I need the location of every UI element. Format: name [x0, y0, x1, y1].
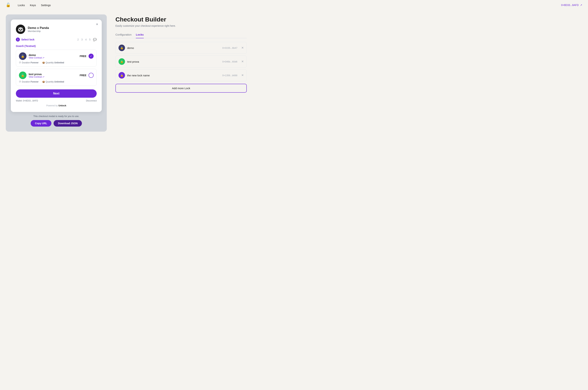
checkout-modal: × 🐼 Demo x Panda Membership 1 Select loc… — [11, 19, 102, 112]
step-numbers: 2 3 4 5 💬 — [77, 38, 97, 41]
nav-link-keys[interactable]: Keys — [30, 4, 36, 7]
lock-item-demo-header: 🔓 demo View Contract ↗ FREE ✓ — [19, 52, 94, 60]
network-label: Goerli (Testnet) — [16, 45, 97, 48]
quantity-icon-tp: 📦 — [42, 81, 45, 83]
modal-subtitle: Membership — [28, 30, 49, 33]
lock-entry-newlock: 🔓 the new lock name 0×1356...b688 ✕ — [116, 69, 247, 81]
lock-testprova-quantity: 📦 Quantity Unlimited — [42, 81, 64, 83]
modal-header-text: Demo x Panda Membership — [28, 26, 49, 33]
step-badge: 1 — [16, 38, 20, 42]
modal-header: 🐼 Demo x Panda Membership — [16, 25, 97, 34]
nav-links: Locks Keys Settings — [18, 4, 51, 7]
lock-item-testprova[interactable]: 🔓 test prova View Contract ↗ FREE ⏱ — [16, 69, 97, 86]
steps-row: 1 Select lock 2 3 4 5 💬 — [16, 38, 97, 42]
bottom-section: This checkout modal is ready for you to … — [31, 115, 82, 127]
lock-demo-check[interactable]: ✓ — [89, 54, 94, 59]
lock-testprova-avatar: 🔓 — [19, 71, 27, 79]
nav-link-locks[interactable]: Locks — [18, 4, 25, 7]
lock-testprova-check[interactable] — [89, 73, 94, 78]
lock-entry-newlock-remove[interactable]: ✕ — [241, 74, 244, 77]
navbar: 🔓 Locks Keys Settings 0×8D33...8AFD ↗ — [0, 0, 588, 10]
lock-demo-duration: ⏱ Duration Forever — [19, 61, 39, 64]
lock-testprova-name: test prova — [29, 73, 78, 76]
lock-entry-testprova-remove[interactable]: ✕ — [241, 60, 244, 63]
lock-demo-price: FREE — [80, 55, 86, 58]
panda-avatar: 🐼 — [16, 25, 25, 34]
lock-demo-quantity: 📦 Quantity Unlimited — [42, 61, 64, 64]
lock-entry-testprova: 🔓 test prova 0×046b...60d6 ✕ — [116, 56, 247, 67]
right-panel: Checkout Builder Easily customize your c… — [116, 14, 247, 132]
brand-name-text: 🔓 — [6, 3, 11, 7]
step-num-5: 5 — [89, 38, 90, 41]
action-buttons: Copy URL Download JSON — [31, 120, 82, 127]
lock-entry-demo-name: demo — [127, 47, 220, 49]
step-num-3: 3 — [81, 38, 83, 41]
lock-demo-avatar: 🔓 — [19, 52, 27, 60]
step-label: Select lock — [21, 38, 35, 41]
modal-close-button[interactable]: × — [96, 22, 98, 26]
lock-entry-demo-addr: 0×0155...6b47 — [222, 47, 237, 49]
step-num-4: 4 — [85, 38, 87, 41]
chat-icon[interactable]: 💬 — [93, 38, 97, 41]
lock-demo-name-col: demo View Contract ↗ — [29, 53, 78, 59]
nav-link-settings[interactable]: Settings — [41, 4, 51, 7]
lock-entry-newlock-name: the new lock name — [127, 74, 220, 77]
clock-icon-tp: ⏱ — [19, 81, 21, 83]
wallet-label: Wallet: 0×8D33...8AFD — [16, 99, 38, 102]
lock-entry-testprova-addr: 0×046b...60d6 — [222, 60, 237, 63]
brand-logo[interactable]: 🔓 — [6, 3, 11, 7]
lock-testprova-price: FREE — [80, 74, 86, 77]
lock-entry-demo-avatar: 🔓 — [118, 45, 125, 51]
lock-demo-contract-link[interactable]: View Contract ↗ — [29, 56, 78, 59]
lock-testprova-name-col: test prova View Contract ↗ — [29, 73, 78, 78]
modal-title: Demo x Panda — [28, 26, 49, 30]
wallet-address-nav[interactable]: 0×8D33...8AFD — [561, 4, 579, 6]
copy-url-button[interactable]: Copy URL — [31, 120, 52, 127]
lock-entry-newlock-avatar: 🔓 — [118, 72, 125, 79]
tab-locks[interactable]: Locks — [136, 32, 144, 38]
powered-by: Powered by Unlock — [16, 104, 97, 107]
powered-brand-name: Unlock — [58, 104, 66, 107]
quantity-icon: 📦 — [42, 61, 45, 64]
tab-configuration[interactable]: Configuration — [116, 32, 131, 38]
step-num-2: 2 — [77, 38, 79, 41]
next-button[interactable]: Next — [16, 89, 97, 98]
external-link-icon[interactable]: ↗ — [580, 4, 582, 6]
ready-text: This checkout modal is ready for you to … — [31, 115, 82, 118]
lock-entry-testprova-avatar: 🔓 — [118, 58, 125, 65]
lock-demo-meta: ⏱ Duration Forever 📦 Quantity Unlimited — [19, 61, 94, 64]
lock-demo-name: demo — [29, 53, 78, 56]
lock-item-demo[interactable]: 🔓 demo View Contract ↗ FREE ✓ ⏱ — [16, 50, 97, 67]
lock-entry-demo-remove[interactable]: ✕ — [241, 47, 244, 49]
lock-item-testprova-header: 🔓 test prova View Contract ↗ FREE — [19, 71, 94, 79]
wallet-row: Wallet: 0×8D33...8AFD Disconnect — [16, 99, 97, 102]
main-layout: × 🐼 Demo x Panda Membership 1 Select loc… — [0, 10, 253, 136]
page-subtitle: Easily customize your checkout experienc… — [116, 24, 247, 27]
nav-right: 0×8D33...8AFD ↗ — [561, 4, 582, 6]
left-panel: × 🐼 Demo x Panda Membership 1 Select loc… — [6, 14, 107, 132]
external-icon-demo: ↗ — [42, 56, 44, 59]
lock-entry-testprova-name: test prova — [127, 60, 220, 63]
download-json-button[interactable]: Download JSON — [54, 120, 82, 127]
lock-testprova-meta: ⏱ Duration Forever 📦 Quantity Unlimited — [19, 81, 94, 83]
external-icon-testprova: ↗ — [42, 76, 44, 78]
add-more-lock-button[interactable]: Add more Lock — [116, 84, 247, 93]
clock-icon: ⏱ — [19, 61, 21, 64]
locks-list: 🔓 demo 0×0155...6b47 ✕ 🔓 test prova 0×04… — [116, 42, 247, 81]
lock-testprova-duration: ⏱ Duration Forever — [19, 81, 39, 83]
lock-entry-demo: 🔓 demo 0×0155...6b47 ✕ — [116, 42, 247, 54]
disconnect-link[interactable]: Disconnect — [86, 99, 97, 102]
page-title: Checkout Builder — [116, 16, 247, 23]
lock-entry-newlock-addr: 0×1356...b688 — [222, 74, 237, 77]
tabs-row: Configuration Locks — [116, 32, 247, 38]
lock-testprova-contract-link[interactable]: View Contract ↗ — [29, 76, 78, 78]
